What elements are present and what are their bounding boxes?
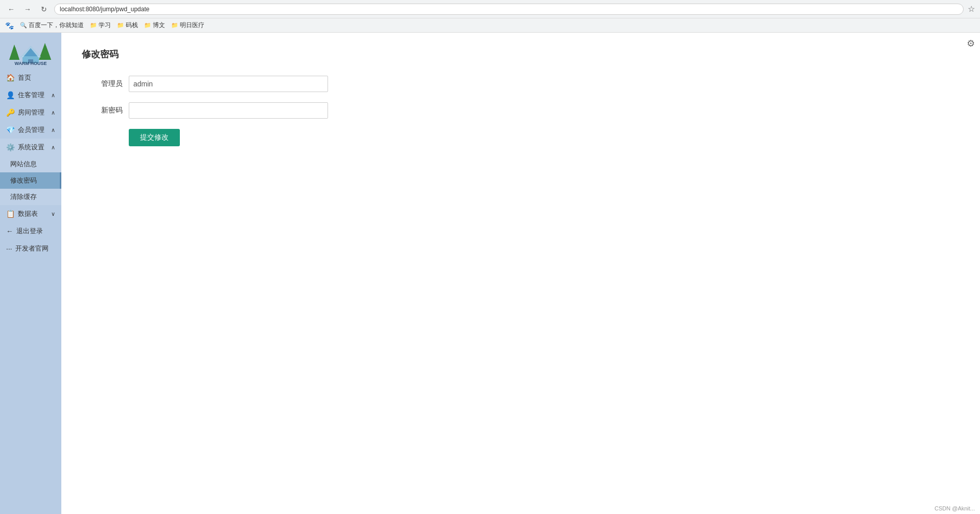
submit-button[interactable]: 提交修改 [129,129,180,146]
password-row: 新密码 [82,102,960,119]
sidebar-item-home[interactable]: 🏠 首页 [0,69,61,86]
logo-area: WARM HOUSE [0,33,61,69]
sidebar-item-logout[interactable]: ← 退出登录 [0,222,61,240]
sidebar-item-datatables-label: 数据表 [18,209,38,218]
browser-bar: ← → ↻ ☆ [0,0,980,18]
address-bar[interactable] [54,4,964,15]
submit-row: 提交修改 [82,129,960,146]
sidebar-item-devsite-label: 开发者官网 [15,244,49,253]
star-icon[interactable]: ☆ [968,4,975,14]
dots-icon: ··· [6,244,12,253]
sidebar-menu: 🏠 首页 👤 住客管理 ∧ 🔑 房间管理 ∧ 💎 会员管理 ∧ ⚙️ 系统设置 [0,69,61,514]
sidebar-item-change-pwd-label: 修改密码 [10,176,37,184]
sidebar-item-settings[interactable]: ⚙️ 系统设置 ∧ [0,139,61,156]
refresh-button[interactable]: ↻ [38,3,50,15]
sidebar-item-clear-cache-label: 清除缓存 [10,193,37,200]
room-icon: 🔑 [6,108,15,117]
guest-icon: 👤 [6,91,15,99]
chevron-up-icon: ∧ [51,92,55,99]
password-input[interactable] [129,102,328,119]
chevron-up-icon-3: ∧ [51,127,55,133]
sidebar-item-rooms-label: 房间管理 [18,108,44,117]
chevron-down-icon: ∨ [51,211,55,217]
sidebar-item-members[interactable]: 💎 会员管理 ∧ [0,121,61,139]
footer-credit: CSDN @Aknit... [935,505,975,511]
sidebar-item-logout-label: 退出登录 [16,227,43,236]
sidebar-item-site-info-label: 网站信息 [10,160,37,168]
chevron-up-icon-2: ∧ [51,109,55,116]
home-icon: 🏠 [6,74,15,82]
logo-svg: WARM HOUSE [5,37,56,65]
sidebar-item-clear-cache[interactable]: 清除缓存 [0,189,61,205]
bookmark-mazhan[interactable]: 📁 码栈 [117,21,138,30]
back-button[interactable]: ← [5,3,17,15]
page-title: 修改密码 [82,48,960,60]
bookmark-bowen[interactable]: 📁 博文 [144,21,165,30]
admin-input[interactable] [129,76,328,92]
settings-icon: ⚙️ [6,143,15,151]
sidebar-item-guests-label: 住客管理 [18,91,44,100]
sidebar-item-change-pwd[interactable]: 修改密码 [0,172,61,189]
sidebar-item-home-label: 首页 [18,73,31,82]
logout-icon: ← [6,227,13,235]
sidebar-item-devsite[interactable]: ··· 开发者官网 [0,240,61,257]
admin-label: 管理员 [82,79,123,88]
password-label: 新密码 [82,106,123,115]
sidebar-item-guests[interactable]: 👤 住客管理 ∧ [0,86,61,104]
sidebar-item-site-info[interactable]: 网站信息 [0,156,61,172]
bookmark-xuexi[interactable]: 📁 学习 [90,21,111,30]
bookmark-baidu[interactable]: 🔍 百度一下，你就知道 [20,21,84,30]
chevron-up-icon-4: ∧ [51,144,55,151]
sidebar-item-rooms[interactable]: 🔑 房间管理 ∧ [0,104,61,121]
gear-button[interactable]: ⚙ [967,38,975,49]
sidebar-item-datatables[interactable]: 📋 数据表 ∨ [0,205,61,222]
sidebar-item-members-label: 会员管理 [18,125,44,135]
sidebar: WARM HOUSE 🏠 首页 👤 住客管理 ∧ 🔑 房间管理 ∧ 💎 会员管理 [0,33,61,514]
svg-text:WARM HOUSE: WARM HOUSE [15,61,47,65]
bookmarks-bar: 🐾 🔍 百度一下，你就知道 📁 学习 📁 码栈 📁 博文 📁 明日医疗 [0,18,980,33]
change-password-form: 管理员 新密码 提交修改 [82,76,960,146]
main-content: ⚙ 修改密码 管理员 新密码 提交修改 [61,33,980,514]
bookmark-mingri[interactable]: 📁 明日医疗 [171,21,204,30]
admin-row: 管理员 [82,76,960,92]
app-wrapper: WARM HOUSE 🏠 首页 👤 住客管理 ∧ 🔑 房间管理 ∧ 💎 会员管理 [0,33,980,514]
forward-button[interactable]: → [21,3,34,15]
svg-marker-1 [9,44,19,60]
sidebar-item-settings-label: 系统设置 [18,143,44,152]
member-icon: 💎 [6,126,15,134]
table-icon: 📋 [6,210,15,218]
svg-marker-3 [39,43,51,60]
